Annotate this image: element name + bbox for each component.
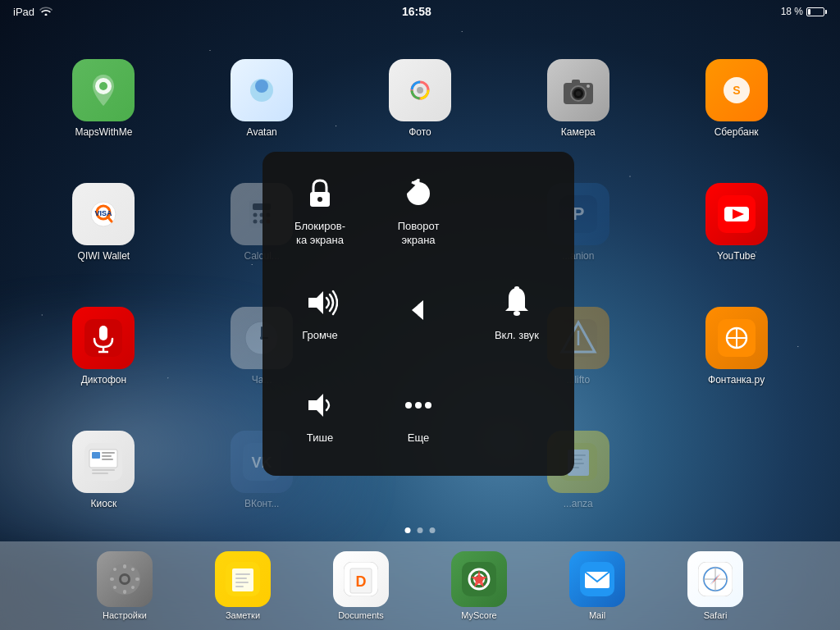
popup-back[interactable] [369, 262, 468, 365]
svg-point-100 [317, 197, 322, 202]
popup-label-lock: Блокиров-ка экрана [294, 220, 345, 248]
rotate-icon [400, 176, 436, 212]
popup-label-bell: Вкл. звук [495, 329, 539, 343]
popup-empty1 [468, 160, 566, 262]
volume-down-icon [302, 387, 338, 423]
popup-more[interactable]: Еще [369, 365, 468, 468]
popup-label-rotate: Поворотэкрана [398, 220, 440, 248]
popup-bell[interactable]: Вкл. звук [468, 262, 566, 365]
svg-marker-105 [308, 394, 323, 417]
popup-label-more: Еще [408, 431, 429, 445]
back-icon [400, 292, 436, 328]
popup-louder[interactable]: Громче [271, 262, 369, 365]
dots-icon [400, 387, 436, 423]
popup-label-louder: Громче [302, 329, 338, 343]
svg-point-104 [514, 286, 519, 290]
svg-point-106 [405, 402, 412, 409]
svg-point-108 [425, 402, 431, 409]
lock-icon [302, 176, 338, 212]
popup-empty2 [468, 365, 566, 468]
popup-screen-lock[interactable]: Блокиров-ка экрана [271, 160, 369, 262]
action-popup: Блокиров-ка экрана Поворотэкрана Громче [262, 152, 574, 476]
svg-point-107 [415, 402, 422, 409]
svg-marker-101 [308, 291, 323, 314]
volume-up-icon [302, 285, 338, 321]
bell-icon [499, 285, 535, 321]
svg-point-103 [514, 311, 520, 316]
popup-rotate[interactable]: Поворотэкрана [369, 160, 468, 262]
popup-quieter[interactable]: Тише [271, 365, 369, 468]
popup-label-quieter: Тише [307, 431, 333, 445]
